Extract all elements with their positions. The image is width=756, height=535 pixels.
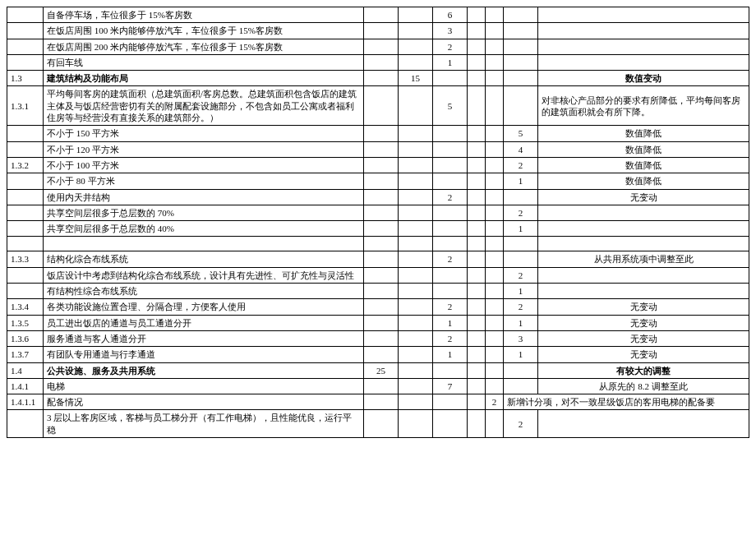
- row-note: 数值降低: [538, 157, 749, 173]
- score-col-4: 1: [504, 284, 538, 299]
- table-row: 饭店设计中考虑到结构化综合布线系统，设计具有先进性、可扩充性与灵活性2: [7, 267, 749, 283]
- score-col-1: [364, 394, 399, 410]
- score-col-3: [433, 362, 468, 378]
- row-note: [538, 7, 749, 23]
- row-description: 建筑结构及功能布局: [44, 71, 364, 86]
- row-id: [7, 7, 44, 23]
- score-col-1: [364, 267, 399, 283]
- table-row: 共享空间层很多于总层数的 40%1: [7, 221, 749, 237]
- score-col-3: 6: [433, 7, 468, 23]
- score-col-2: [399, 86, 433, 126]
- spacer: [468, 378, 486, 394]
- spacer: [468, 221, 486, 237]
- spacer: [486, 237, 504, 251]
- row-note: 有较大的调整: [538, 362, 749, 378]
- score-col-3: [433, 284, 468, 299]
- score-col-3: [433, 410, 468, 438]
- row-description: [44, 237, 364, 251]
- spacer: [468, 173, 486, 189]
- row-description: 配备情况: [44, 394, 364, 410]
- row-note: [538, 23, 749, 39]
- row-note: [538, 205, 749, 220]
- score-col-1: [364, 237, 399, 251]
- row-id: 1.3.6: [7, 330, 44, 346]
- score-col-2: [399, 221, 433, 237]
- table-row: 1.4.1电梯7从原先的 8.2 调整至此: [7, 378, 749, 394]
- table-row: [7, 237, 749, 251]
- row-id: 1.3.3: [7, 251, 44, 267]
- spacer: [468, 251, 486, 267]
- row-id: [7, 39, 44, 54]
- row-id: [7, 173, 44, 189]
- table-row: 1.3.2不小于 100 平方米2数值降低: [7, 157, 749, 173]
- score-col-1: [364, 284, 399, 299]
- row-id: [7, 23, 44, 39]
- score-col-2: [399, 237, 433, 251]
- row-id: [7, 267, 44, 283]
- score-col-4: [504, 237, 538, 251]
- row-description: 公共设施、服务及共用系统: [44, 362, 364, 378]
- score-col-1: [364, 173, 399, 189]
- row-id: 1.4.1.1: [7, 394, 44, 410]
- score-col-3: 2: [433, 39, 468, 54]
- table-row: 在饭店周围 200 米内能够停放汽车，车位很多于 15%客房数2: [7, 39, 749, 54]
- score-col-1: [364, 378, 399, 394]
- table-row: 1.3.5员工进出饭店的通道与员工通道分开11无变动: [7, 315, 749, 330]
- score-col-3: [433, 205, 468, 220]
- score-col-1: [364, 141, 399, 157]
- spacer: [486, 315, 504, 330]
- score-col-3: [433, 126, 468, 141]
- score-col-2: [399, 126, 433, 141]
- spacer: [486, 54, 504, 70]
- table-row: 1.3.4各类功能设施位置合理、分隔合理，方便客人使用22无变动: [7, 299, 749, 315]
- spacer: [486, 189, 504, 205]
- row-description: 在饭店周围 100 米内能够停放汽车，车位很多于 15%客房数: [44, 23, 364, 39]
- spacer: [486, 71, 504, 86]
- row-note: 对非核心产品部分的要求有所降低，平均每间客房的建筑面积就会有所下降。: [538, 86, 749, 126]
- row-note: [538, 267, 749, 283]
- row-id: 1.4.1: [7, 378, 44, 394]
- row-description: 各类功能设施位置合理、分隔合理，方便客人使用: [44, 299, 364, 315]
- score-col-3: 3: [433, 23, 468, 39]
- score-col-4: 1: [504, 315, 538, 330]
- row-id: [7, 141, 44, 157]
- spacer: [468, 299, 486, 315]
- score-col-4: [504, 86, 538, 126]
- score-col-4: [504, 362, 538, 378]
- score-col-3: [433, 157, 468, 173]
- score-col-1: [364, 221, 399, 237]
- score-col-3: 5: [433, 86, 468, 126]
- score-col-3: 2: [433, 299, 468, 315]
- spacer: [468, 189, 486, 205]
- spacer: [486, 7, 504, 23]
- spacer: [486, 299, 504, 315]
- row-description: 饭店设计中考虑到结构化综合布线系统，设计具有先进性、可扩充性与灵活性: [44, 267, 364, 283]
- score-col-4: [504, 251, 538, 267]
- score-col-2: [399, 267, 433, 283]
- score-col-4: 2: [504, 299, 538, 315]
- row-id: [7, 54, 44, 70]
- row-note: 从原先的 8.2 调整至此: [538, 378, 749, 394]
- row-description: 结构化综合布线系统: [44, 251, 364, 267]
- score-col-1: [364, 126, 399, 141]
- table-row: 在饭店周围 100 米内能够停放汽车，车位很多于 15%客房数3: [7, 23, 749, 39]
- row-description: 电梯: [44, 378, 364, 394]
- score-col-4: 2: [504, 410, 538, 438]
- standards-table: 自备停车场，车位很多于 15%客房数6在饭店周围 100 米内能够停放汽车，车位…: [7, 7, 749, 438]
- score-col-3: 1: [433, 54, 468, 70]
- row-id: 1.3.4: [7, 299, 44, 315]
- score-col-1: [364, 23, 399, 39]
- spacer: [468, 23, 486, 39]
- score-col-4: 1: [504, 347, 538, 362]
- score-col-3: [433, 221, 468, 237]
- row-id: 1.3: [7, 71, 44, 86]
- table-row: 有回车线1: [7, 54, 749, 70]
- score-col-4: 1: [504, 221, 538, 237]
- score-col-3: [433, 141, 468, 157]
- score-col-3: 2: [433, 251, 468, 267]
- score-col-3: [433, 71, 468, 86]
- spacer: [468, 54, 486, 70]
- spacer: [468, 410, 486, 438]
- table-row: 不小于 80 平方米1数值降低: [7, 173, 749, 189]
- row-id: 1.3.2: [7, 157, 44, 173]
